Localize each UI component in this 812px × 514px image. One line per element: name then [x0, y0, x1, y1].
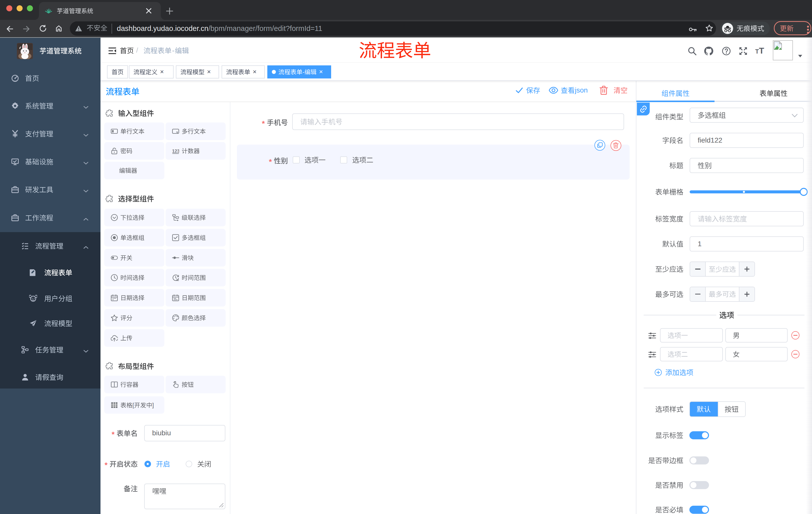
svg-text:123: 123	[172, 148, 179, 154]
